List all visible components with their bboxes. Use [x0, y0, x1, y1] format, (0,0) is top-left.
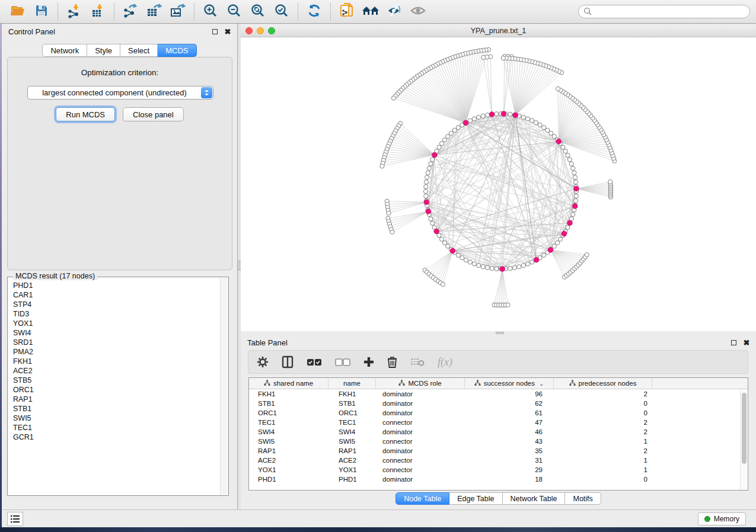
cell: SWI4 — [328, 427, 376, 437]
tab-node-table[interactable]: Node Table — [395, 492, 449, 505]
mcds-node-item[interactable]: FKH1 — [8, 357, 220, 366]
hierarchy-icon — [569, 380, 576, 387]
column-header-name[interactable]: name — [328, 378, 376, 389]
cell: connector — [376, 456, 465, 465]
mcds-node-item[interactable]: SWI4 — [8, 328, 220, 338]
tab-style[interactable]: Style — [87, 44, 120, 57]
mcds-node-item[interactable]: TID3 — [8, 309, 220, 319]
mcds-node-item[interactable]: STP4 — [8, 300, 220, 309]
memory-button[interactable]: Memory — [698, 512, 746, 525]
mcds-node-item[interactable]: STB5 — [8, 376, 220, 385]
column-header-shared-name[interactable]: shared name — [249, 378, 328, 389]
table-row[interactable]: TEC1TEC1connector472 — [249, 418, 740, 427]
mcds-node-item[interactable]: GCR1 — [8, 432, 220, 442]
global-search-field[interactable] — [578, 5, 750, 18]
select-all-rows-button[interactable] — [307, 358, 322, 366]
float-panel-icon[interactable] — [210, 27, 219, 36]
close-mcds-panel-button[interactable]: Close panel — [123, 107, 184, 121]
cell: dominator — [376, 389, 465, 399]
mcds-node-item[interactable]: PMA2 — [8, 347, 220, 357]
desktop-wallpaper-bottom — [0, 527, 756, 532]
mcds-node-item[interactable]: SWI5 — [8, 414, 220, 423]
import-table-button[interactable] — [86, 2, 110, 22]
export-table-button[interactable] — [142, 2, 166, 22]
zoom-in-button[interactable] — [199, 2, 222, 22]
tab-network[interactable]: Network — [42, 44, 87, 57]
mcds-node-item[interactable]: ORC1 — [8, 385, 220, 395]
main-toolbar — [0, 0, 756, 24]
table-row[interactable]: SWI4SWI4dominator462 — [249, 427, 740, 437]
search-input[interactable] — [595, 8, 745, 16]
table-body[interactable]: FKH1FKH1dominator962STB1STB1dominator620… — [249, 389, 740, 490]
table-row[interactable]: ORC1ORC1dominator610 — [249, 408, 740, 418]
cell: 35 — [465, 446, 554, 456]
float-panel-icon[interactable] — [729, 338, 738, 347]
open-file-button[interactable] — [6, 2, 30, 22]
hide-graphics-details-button[interactable] — [382, 2, 406, 22]
sort-desc-icon: ⌄ — [539, 380, 544, 387]
network-canvas[interactable] — [241, 37, 756, 331]
network-window-titlebar[interactable]: YPA_prune.txt_1 — [241, 25, 756, 37]
close-panel-icon[interactable]: ✖ — [223, 27, 232, 36]
table-scrollbar[interactable] — [740, 389, 748, 490]
cell: SWI4 — [249, 427, 328, 437]
cell: 2 — [554, 446, 652, 456]
zoom-selected-button[interactable] — [270, 2, 294, 22]
tab-edge-table[interactable]: Edge Table — [449, 492, 502, 505]
mcds-node-item[interactable]: YOX1 — [8, 319, 220, 328]
mcds-node-item[interactable]: ACE2 — [8, 366, 220, 376]
mcds-node-item[interactable]: CAR1 — [8, 290, 220, 300]
cell: 1 — [554, 437, 652, 446]
save-session-button[interactable] — [30, 2, 53, 22]
cell: STB1 — [249, 399, 328, 408]
tab-motifs[interactable]: Motifs — [565, 492, 601, 505]
table-row[interactable]: STB1STB1dominator620 — [249, 399, 740, 408]
table-row[interactable]: FKH1FKH1dominator962 — [249, 389, 740, 399]
run-mcds-button[interactable]: Run MCDS — [56, 107, 115, 121]
desktop-wallpaper-left — [0, 24, 2, 527]
scrollbar-thumb[interactable] — [742, 393, 747, 464]
mcds-node-item[interactable]: RAP1 — [8, 395, 220, 404]
table-panel-title: Table Panel — [247, 338, 288, 347]
cell: 2 — [554, 418, 652, 427]
create-column-button[interactable] — [363, 357, 374, 367]
zoom-fit-button[interactable] — [246, 2, 270, 22]
mcds-list-scrollbar[interactable] — [220, 278, 228, 495]
close-panel-icon[interactable]: ✖ — [742, 338, 751, 347]
duplicate-network-icon — [339, 2, 355, 21]
refresh-view-button[interactable] — [302, 2, 326, 22]
column-header-successor-nodes[interactable]: successor nodes⌄ — [465, 378, 554, 389]
deselect-all-rows-button[interactable] — [335, 358, 350, 366]
splitter-grip[interactable] — [496, 332, 504, 334]
cell: ACE2 — [249, 456, 328, 465]
table-row[interactable]: ACE2ACE2connector311 — [249, 456, 740, 465]
table-row[interactable]: YOX1YOX1connector291 — [249, 465, 740, 475]
export-network-button[interactable] — [119, 2, 142, 22]
mcds-node-item[interactable]: TEC1 — [8, 423, 220, 432]
tab-mcds[interactable]: MCDS — [158, 44, 196, 57]
mcds-node-item[interactable]: PHD1 — [8, 281, 220, 290]
zoom-out-button[interactable] — [222, 2, 246, 22]
mcds-result-list[interactable]: PHD1CAR1STP4TID3YOX1SWI4SRD1PMA2FKH1ACE2… — [8, 281, 220, 495]
duplicate-network-button[interactable] — [335, 2, 359, 22]
column-header-predecessor-nodes[interactable]: predecessor nodes — [554, 378, 652, 389]
refresh-icon — [307, 3, 322, 21]
table-row[interactable]: SWI5SWI5connector431 — [249, 437, 740, 446]
table-row[interactable]: PHD1PHD1dominator180 — [249, 475, 740, 484]
import-network-button[interactable] — [62, 2, 86, 22]
show-columns-button[interactable] — [282, 355, 294, 368]
houses-button[interactable] — [359, 2, 382, 22]
mcds-node-item[interactable]: SRD1 — [8, 338, 220, 347]
optimization-criterion-select[interactable]: largest connected component (undirected) — [27, 86, 213, 100]
show-graphics-details-button[interactable] — [406, 2, 430, 22]
table-row[interactable]: RAP1RAP1dominator352 — [249, 446, 740, 456]
toolbar-separator — [194, 4, 194, 20]
table-mode-gear-button[interactable] — [257, 356, 269, 368]
tab-network-table[interactable]: Network Table — [503, 492, 566, 505]
delete-columns-button[interactable] — [387, 356, 397, 368]
tab-select[interactable]: Select — [120, 44, 158, 57]
column-header-MCDS-role[interactable]: MCDS role — [376, 378, 465, 389]
export-image-button[interactable] — [166, 2, 190, 22]
mcds-node-item[interactable]: STB1 — [8, 404, 220, 414]
task-history-button[interactable] — [7, 512, 23, 526]
